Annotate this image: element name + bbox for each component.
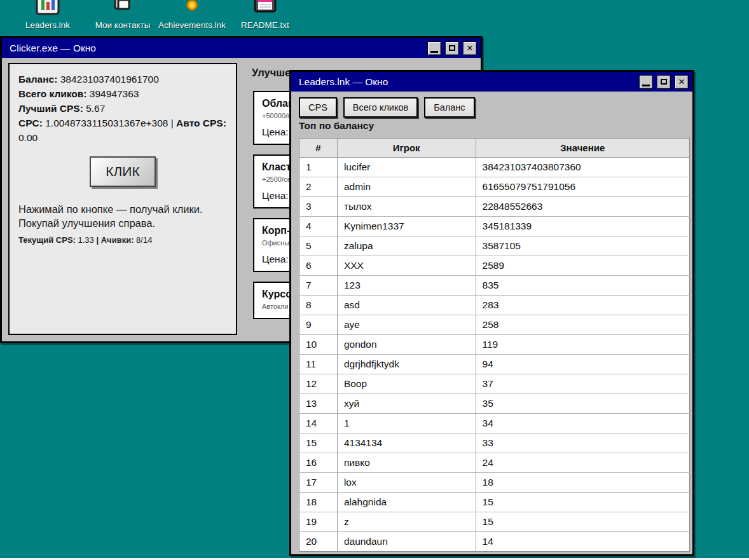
column-header-rank: # [299, 139, 338, 158]
value-cell: 2589 [476, 256, 689, 276]
maximize-button[interactable] [657, 75, 671, 89]
rank-cell: 6 [299, 256, 338, 276]
minimize-button[interactable] [427, 41, 441, 55]
value-cell: 61655079751791056 [476, 177, 689, 197]
value-cell: 384231037403807360 [476, 158, 689, 177]
value-cell: 34 [476, 414, 689, 434]
close-button[interactable]: × [675, 75, 689, 89]
clicker-window-title: Clicker.exe — Окно [10, 43, 427, 54]
value-cell: 15 [476, 512, 689, 532]
auto-cps-value: 0.00 [18, 132, 38, 143]
table-row: 13хуй35 [299, 394, 690, 414]
rank-cell: 3 [299, 197, 338, 217]
rank-cell: 13 [299, 394, 338, 414]
value-cell: 119 [476, 335, 689, 355]
leaders-table-body: 1lucifer3842310374038073602admin61655079… [299, 158, 690, 552]
column-header-value: Значение [476, 139, 689, 158]
value-cell: 3587105 [476, 236, 689, 256]
table-row: 9aye258 [299, 315, 690, 335]
desktop-icon-label: Leaders.lnk [25, 20, 70, 30]
value-cell: 22848552663 [476, 197, 689, 217]
table-header-row: # Игрок Значение [299, 139, 690, 158]
hint-line-2: Покупай улучшения справа. [18, 216, 227, 230]
value-cell: 24 [476, 453, 689, 473]
balance-value: 384231037401961700 [60, 74, 159, 85]
stats-panel: Баланс: 384231037401961700 Всего кликов:… [8, 63, 237, 335]
rank-cell: 16 [299, 453, 338, 473]
leaders-window-title: Leaders.lnk — Окно [299, 76, 639, 88]
value-cell: 37 [476, 374, 689, 394]
rank-cell: 7 [299, 276, 338, 296]
player-cell: asd [337, 296, 476, 315]
value-cell: 835 [476, 276, 689, 296]
player-cell: хуй [337, 394, 476, 414]
rank-cell: 18 [299, 493, 338, 512]
tab-total-clicks[interactable]: Всего кликов [343, 97, 418, 118]
cpc-label: CPC: [18, 118, 43, 128]
balance-line: Баланс: 384231037401961700 [18, 72, 227, 86]
rank-cell: 1 [299, 158, 338, 177]
player-cell: daundaun [337, 532, 476, 552]
column-header-player: Игрок [337, 139, 476, 158]
value-cell: 35 [476, 394, 689, 414]
table-row: 8asd283 [299, 296, 690, 315]
desktop-icon-readme[interactable]: README.txt [230, 0, 300, 30]
maximize-icon [449, 45, 455, 51]
player-cell: Kynimen1337 [337, 217, 476, 236]
bar-chart-icon [36, 0, 60, 19]
close-icon: × [678, 76, 685, 87]
total-clicks-line: Всего кликов: 394947363 [18, 86, 227, 101]
player-cell: тылох [337, 197, 476, 217]
divider: | [96, 235, 99, 245]
close-button[interactable]: × [463, 41, 477, 55]
medal-icon [180, 0, 204, 19]
player-cell: XXX [337, 256, 476, 276]
current-cps-line: Текущий CPS: 1.33 | Ачивки: 8/14 [18, 235, 227, 245]
value-cell: 283 [476, 296, 689, 315]
minimize-icon [430, 51, 438, 53]
table-row: 7123835 [299, 276, 690, 296]
player-cell: zalupa [337, 236, 476, 256]
player-cell: пивко [337, 453, 476, 473]
tab-balance[interactable]: Баланс [424, 97, 474, 118]
table-row: 2admin61655079751791056 [299, 177, 690, 197]
rank-cell: 14 [299, 414, 338, 434]
leaders-window: Leaders.lnk — Окно × CPS Всего кликов Ба… [289, 70, 694, 556]
player-cell: lox [337, 473, 476, 493]
minimize-button[interactable] [639, 75, 653, 89]
desktop-icon-label: Achievements.lnk [158, 20, 226, 30]
table-row: 5zalupa3587105 [299, 236, 690, 256]
table-row: 17lox18 [299, 473, 690, 493]
balance-label: Баланс: [18, 74, 57, 85]
click-button[interactable]: КЛИК [90, 156, 156, 187]
rank-cell: 2 [299, 177, 338, 197]
clicker-titlebar[interactable]: Clicker.exe — Окно × [2, 38, 481, 58]
rank-cell: 17 [299, 473, 338, 493]
desktop-icon-contacts[interactable]: Мои контакты [88, 0, 158, 30]
table-row: 12Boop37 [299, 374, 690, 394]
table-row: 19z15 [299, 512, 690, 532]
player-cell: aye [337, 315, 476, 335]
table-row: 18alahgnida15 [299, 493, 690, 512]
table-row: 16пивко24 [299, 453, 690, 473]
rank-cell: 12 [299, 374, 338, 394]
leaderboard-heading: Топ по балансу [299, 120, 685, 132]
floppy-icon [253, 0, 277, 19]
table-row: 14134 [299, 414, 690, 434]
leaders-titlebar[interactable]: Leaders.lnk — Окно × [291, 72, 692, 92]
player-cell: lucifer [337, 158, 476, 177]
table-row: 3тылох22848552663 [299, 197, 690, 217]
rank-cell: 19 [299, 512, 338, 532]
desktop-icon-achievements[interactable]: Achievements.lnk [157, 0, 227, 30]
table-row: 1lucifer384231037403807360 [299, 158, 690, 177]
player-cell: 4134134 [337, 434, 476, 453]
value-cell: 18 [476, 473, 689, 493]
desktop-icon-leaders[interactable]: Leaders.lnk [13, 0, 83, 30]
player-cell: z [337, 512, 476, 532]
rank-cell: 15 [299, 434, 338, 453]
tab-cps[interactable]: CPS [299, 97, 337, 118]
best-cps-label: Лучший CPS: [18, 103, 83, 114]
value-cell: 345181339 [476, 217, 689, 236]
cpc-value: 1.0048733115031367e+308 [45, 118, 168, 128]
maximize-button[interactable] [445, 41, 459, 55]
